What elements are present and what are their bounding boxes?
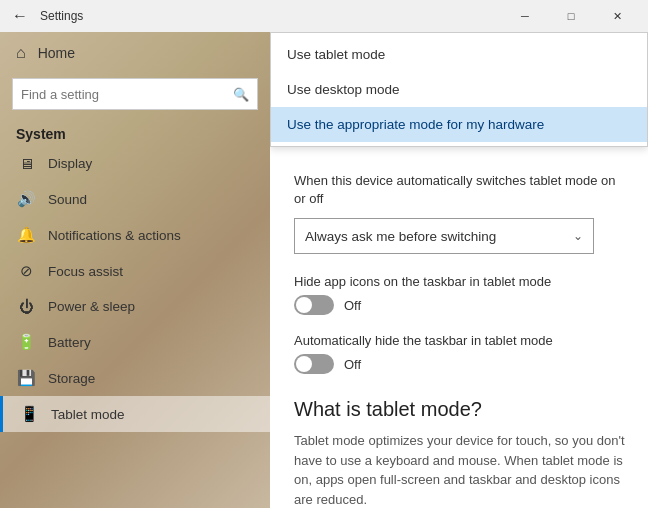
notifications-icon: 🔔 [16, 226, 36, 244]
hide-icons-label: Hide app icons on the taskbar in tablet … [294, 274, 628, 289]
main-layout: ⌂ Home 🔍 System 🖥 Display 🔊 Sound 🔔 Noti… [0, 32, 648, 508]
battery-icon: 🔋 [16, 333, 36, 351]
minimize-button[interactable]: ─ [502, 0, 548, 32]
notifications-label: Notifications & actions [48, 228, 181, 243]
focus-icon: ⊘ [16, 262, 36, 280]
sound-label: Sound [48, 192, 87, 207]
window-controls: ─ □ ✕ [502, 0, 640, 32]
hide-icons-section: Hide app icons on the taskbar in tablet … [294, 274, 628, 315]
search-icon: 🔍 [233, 87, 249, 102]
maximize-button[interactable]: □ [548, 0, 594, 32]
switch-select-box[interactable]: Always ask me before switching ⌄ [294, 218, 594, 254]
search-input[interactable] [21, 87, 233, 102]
switch-section-label: When this device automatically switches … [294, 172, 628, 208]
mode-dropdown-menu: Use tablet mode Use desktop mode Use the… [270, 32, 648, 147]
sidebar: ⌂ Home 🔍 System 🖥 Display 🔊 Sound 🔔 Noti… [0, 32, 270, 508]
auto-hide-section: Automatically hide the taskbar in tablet… [294, 333, 628, 374]
switch-select-value: Always ask me before switching [305, 229, 573, 244]
search-box[interactable]: 🔍 [12, 78, 258, 110]
home-label: Home [38, 45, 75, 61]
battery-label: Battery [48, 335, 91, 350]
sidebar-item-sound[interactable]: 🔊 Sound [0, 181, 270, 217]
dropdown-option-0[interactable]: Use tablet mode [271, 37, 647, 72]
auto-hide-state: Off [344, 357, 361, 372]
hide-icons-toggle[interactable] [294, 295, 334, 315]
hide-icons-state: Off [344, 298, 361, 313]
sidebar-section-label: System [0, 118, 270, 146]
storage-label: Storage [48, 371, 95, 386]
sidebar-item-tablet[interactable]: 📱 Tablet mode [0, 396, 270, 432]
auto-hide-toggle[interactable] [294, 354, 334, 374]
auto-hide-label: Automatically hide the taskbar in tablet… [294, 333, 628, 348]
what-is-body: Tablet mode optimizes your device for to… [294, 431, 628, 508]
sound-icon: 🔊 [16, 190, 36, 208]
chevron-down-icon: ⌄ [573, 229, 583, 243]
dropdown-option-1[interactable]: Use desktop mode [271, 72, 647, 107]
sidebar-item-notifications[interactable]: 🔔 Notifications & actions [0, 217, 270, 253]
dropdown-option-2[interactable]: Use the appropriate mode for my hardware [271, 107, 647, 142]
titlebar: ← Settings ─ □ ✕ [0, 0, 648, 32]
sidebar-item-display[interactable]: 🖥 Display [0, 146, 270, 181]
sidebar-item-focus[interactable]: ⊘ Focus assist [0, 253, 270, 289]
display-label: Display [48, 156, 92, 171]
focus-label: Focus assist [48, 264, 123, 279]
window-title: Settings [40, 9, 83, 23]
sidebar-item-storage[interactable]: 💾 Storage [0, 360, 270, 396]
sidebar-item-power[interactable]: ⏻ Power & sleep [0, 289, 270, 324]
content-area: Use tablet mode Use desktop mode Use the… [270, 32, 648, 508]
what-is-title: What is tablet mode? [294, 398, 628, 421]
home-icon: ⌂ [16, 44, 26, 62]
close-button[interactable]: ✕ [594, 0, 640, 32]
content-body: When this device automatically switches … [270, 152, 648, 508]
display-icon: 🖥 [16, 155, 36, 172]
hide-icons-toggle-row: Off [294, 295, 628, 315]
storage-icon: 💾 [16, 369, 36, 387]
power-icon: ⏻ [16, 298, 36, 315]
back-button[interactable]: ← [8, 4, 32, 28]
what-is-section: What is tablet mode? Tablet mode optimiz… [294, 398, 628, 508]
tablet-label: Tablet mode [51, 407, 125, 422]
auto-hide-toggle-row: Off [294, 354, 628, 374]
sidebar-item-battery[interactable]: 🔋 Battery [0, 324, 270, 360]
power-label: Power & sleep [48, 299, 135, 314]
sidebar-item-home[interactable]: ⌂ Home [0, 32, 270, 74]
tablet-icon: 📱 [19, 405, 39, 423]
